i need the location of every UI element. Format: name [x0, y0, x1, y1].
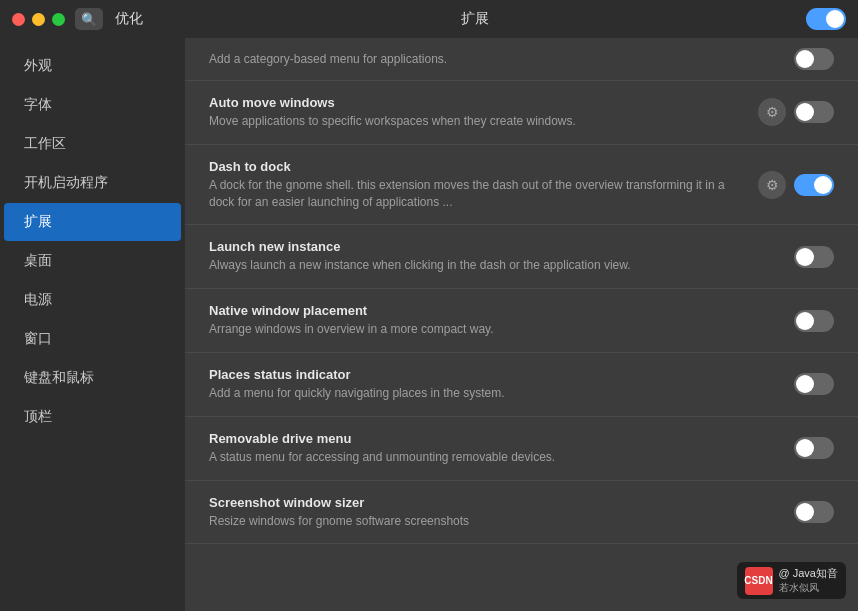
extension-title: Screenshot window sizer: [209, 495, 782, 510]
sidebar-item-topbar[interactable]: 顶栏: [4, 398, 181, 436]
extension-text: Dash to dockA dock for the gnome shell. …: [209, 159, 746, 211]
sidebar-item-power[interactable]: 电源: [4, 281, 181, 319]
extension-desc: Always launch a new instance when clicki…: [209, 257, 782, 274]
gear-button[interactable]: ⚙: [758, 98, 786, 126]
header-toggle[interactable]: [806, 8, 846, 30]
toggle-knob: [826, 10, 844, 28]
sidebar-item-desktop[interactable]: 桌面: [4, 242, 181, 280]
extension-text: Removable drive menuA status menu for ac…: [209, 431, 782, 466]
extension-actions: [794, 310, 834, 332]
toggle-knob: [796, 503, 814, 521]
extension-actions: [794, 373, 834, 395]
extensions-list: Auto move windowsMove applications to sp…: [185, 81, 858, 544]
extension-text: Launch new instanceAlways launch a new i…: [209, 239, 782, 274]
extension-title: Launch new instance: [209, 239, 782, 254]
extension-toggle[interactable]: [794, 310, 834, 332]
extension-toggle[interactable]: [794, 437, 834, 459]
toggle-knob: [796, 248, 814, 266]
extension-row: Native window placementArrange windows i…: [185, 289, 858, 353]
extension-toggle[interactable]: [794, 373, 834, 395]
watermark: CSDN @ Java知音 若水似风: [737, 562, 846, 599]
sidebar-item-keyboard[interactable]: 键盘和鼠标: [4, 359, 181, 397]
watermark-platform: CSDN: [744, 575, 772, 586]
close-button[interactable]: [12, 13, 25, 26]
extension-title: Places status indicator: [209, 367, 782, 382]
extension-title: Removable drive menu: [209, 431, 782, 446]
extension-desc: Arrange windows in overview in a more co…: [209, 321, 782, 338]
extension-text: Auto move windowsMove applications to sp…: [209, 95, 746, 130]
watermark-box: CSDN @ Java知音 若水似风: [737, 562, 846, 599]
toggle-knob: [796, 312, 814, 330]
extension-row: Removable drive menuA status menu for ac…: [185, 417, 858, 481]
top-row-actions: [794, 48, 834, 70]
toggle-knob: [796, 103, 814, 121]
watermark-account: @ Java知音: [779, 566, 838, 581]
extension-row: Screenshot window sizerResize windows fo…: [185, 481, 858, 545]
maximize-button[interactable]: [52, 13, 65, 26]
toggle-knob: [796, 375, 814, 393]
toggle-knob: [796, 439, 814, 457]
extension-actions: [794, 246, 834, 268]
titlebar: 🔍 优化 扩展: [0, 0, 858, 38]
extension-text: Places status indicatorAdd a menu for qu…: [209, 367, 782, 402]
search-button[interactable]: 🔍: [75, 8, 103, 30]
extension-row: Dash to dockA dock for the gnome shell. …: [185, 145, 858, 226]
extension-desc: Add a menu for quickly navigating places…: [209, 385, 782, 402]
watermark-sub: 若水似风: [779, 581, 838, 595]
content-area: Add a category-based menu for applicatio…: [185, 38, 858, 611]
header-toggle-container: [806, 8, 846, 30]
top-row-toggle[interactable]: [794, 48, 834, 70]
extension-text: Native window placementArrange windows i…: [209, 303, 782, 338]
extension-desc: A dock for the gnome shell. this extensi…: [209, 177, 746, 211]
sidebar-item-fonts[interactable]: 字体: [4, 86, 181, 124]
toggle-knob: [814, 176, 832, 194]
extension-text: Screenshot window sizerResize windows fo…: [209, 495, 782, 530]
minimize-button[interactable]: [32, 13, 45, 26]
extension-desc: Resize windows for gnome software screen…: [209, 513, 782, 530]
sidebar-item-workspaces[interactable]: 工作区: [4, 125, 181, 163]
extension-title: Auto move windows: [209, 95, 746, 110]
top-row: Add a category-based menu for applicatio…: [185, 38, 858, 81]
extension-row: Launch new instanceAlways launch a new i…: [185, 225, 858, 289]
extension-desc: A status menu for accessing and unmounti…: [209, 449, 782, 466]
extension-toggle[interactable]: [794, 501, 834, 523]
sidebar-item-startup[interactable]: 开机启动程序: [4, 164, 181, 202]
extension-toggle[interactable]: [794, 101, 834, 123]
search-icon: 🔍: [81, 12, 97, 27]
extension-desc: Move applications to specific workspaces…: [209, 113, 746, 130]
sidebar-item-appearance[interactable]: 外观: [4, 47, 181, 85]
extension-actions: [794, 501, 834, 523]
sidebar: 外观 字体 工作区 开机启动程序 扩展 桌面 电源 窗口 键盘和鼠标 顶栏: [0, 38, 185, 611]
window-controls: [12, 13, 65, 26]
extension-toggle[interactable]: [794, 174, 834, 196]
extension-actions: ⚙: [758, 171, 834, 199]
toggle-knob: [796, 50, 814, 68]
gear-button[interactable]: ⚙: [758, 171, 786, 199]
page-title: 扩展: [143, 10, 806, 28]
sidebar-item-windows[interactable]: 窗口: [4, 320, 181, 358]
watermark-icon: CSDN: [745, 567, 773, 595]
extension-row: Places status indicatorAdd a menu for qu…: [185, 353, 858, 417]
top-row-desc: Add a category-based menu for applicatio…: [209, 52, 782, 66]
extension-toggle[interactable]: [794, 246, 834, 268]
extension-actions: ⚙: [758, 98, 834, 126]
sidebar-label: 优化: [115, 10, 143, 28]
sidebar-item-extensions[interactable]: 扩展: [4, 203, 181, 241]
extension-actions: [794, 437, 834, 459]
extension-title: Native window placement: [209, 303, 782, 318]
extension-title: Dash to dock: [209, 159, 746, 174]
main-layout: 外观 字体 工作区 开机启动程序 扩展 桌面 电源 窗口 键盘和鼠标 顶栏 Ad…: [0, 38, 858, 611]
extension-row: Auto move windowsMove applications to sp…: [185, 81, 858, 145]
